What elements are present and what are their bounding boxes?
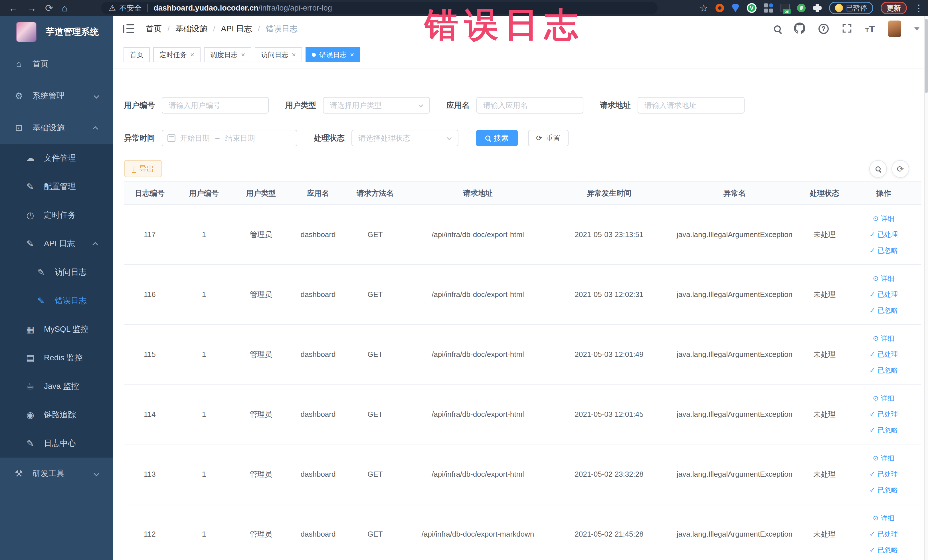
sidebar-item-home[interactable]: ⌂首页: [0, 48, 113, 80]
close-tab-icon[interactable]: ×: [292, 51, 296, 59]
user-type-select[interactable]: 请选择用户类型: [323, 97, 430, 113]
breadcrumb-item[interactable]: 首页: [146, 23, 162, 34]
app-name-input[interactable]: [476, 97, 583, 113]
on-badge-extension-icon[interactable]: on: [780, 4, 790, 12]
sidebar-item-log-center[interactable]: ✎日志中心: [0, 429, 113, 458]
bookmark-star-icon[interactable]: ☆: [699, 2, 708, 14]
font-size-icon[interactable]: TT: [865, 23, 875, 35]
search-button[interactable]: 搜索: [476, 130, 518, 146]
close-tab-icon[interactable]: ×: [350, 51, 354, 59]
update-badge[interactable]: 更新: [881, 2, 907, 14]
toggle-search-button[interactable]: [869, 160, 887, 178]
sidebar-item-redis-monitor[interactable]: ▤Redis 监控: [0, 343, 113, 372]
action-已忽略[interactable]: ✓已忽略: [847, 542, 920, 558]
action-已处理[interactable]: ✓已处理: [847, 226, 920, 243]
home-icon[interactable]: ⌂: [62, 3, 68, 13]
filter-exception-time: 异常时间 开始日期 – 结束日期: [124, 130, 297, 146]
sprout-extension-icon[interactable]: [797, 4, 806, 12]
close-tab-icon[interactable]: ×: [241, 51, 245, 59]
back-icon[interactable]: ←: [9, 3, 18, 13]
breadcrumb-item[interactable]: 基础设施: [176, 23, 208, 34]
export-button[interactable]: ↓ 导出: [124, 160, 162, 177]
action-已处理[interactable]: ✓已处理: [847, 466, 920, 482]
check-icon: ✓: [869, 486, 875, 494]
action-已处理[interactable]: ✓已处理: [847, 287, 920, 302]
collapse-sidebar-icon[interactable]: [123, 24, 134, 34]
action-已处理[interactable]: ✓已处理: [847, 406, 920, 422]
sidebar-item-infrastructure[interactable]: ⊡基础设施: [0, 112, 113, 144]
paused-badge[interactable]: 已暂停: [829, 2, 873, 14]
user-avatar[interactable]: [888, 21, 901, 37]
tab-label: 访问日志: [261, 50, 288, 60]
cell-status: 未处理: [803, 384, 846, 444]
browser-menu-icon[interactable]: ⋮: [914, 3, 923, 14]
sidebar-item-api-log[interactable]: ✎API 日志: [0, 229, 113, 258]
chevron-up-icon: [94, 123, 98, 132]
page-scrollbar[interactable]: [924, 16, 928, 560]
action-已忽略[interactable]: ✓已忽略: [847, 302, 920, 318]
scrollbar-thumb[interactable]: [925, 19, 928, 93]
action-已忽略[interactable]: ✓已忽略: [847, 422, 920, 438]
action-label: 详细: [881, 214, 894, 223]
help-icon[interactable]: ?: [818, 24, 829, 34]
action-已忽略[interactable]: ✓已忽略: [847, 362, 920, 378]
user-type-placeholder: 请选择用户类型: [330, 101, 382, 110]
action-已忽略[interactable]: ✓已忽略: [847, 243, 920, 258]
tab-首页[interactable]: 首页: [124, 47, 150, 62]
sidebar-item-config-management[interactable]: ✎配置管理: [0, 172, 113, 201]
tab-访问日志[interactable]: 访问日志×: [255, 47, 302, 62]
green-v-extension-icon[interactable]: V: [747, 3, 757, 13]
sidebar-item-error-log[interactable]: ✎错误日志: [0, 287, 113, 315]
sidebar-item-java-monitor[interactable]: ☕Java 监控: [0, 372, 113, 401]
tab-定时任务[interactable]: 定时任务×: [153, 47, 200, 62]
java-icon: ☕: [24, 381, 37, 392]
sidebar-item-access-log[interactable]: ✎访问日志: [0, 258, 113, 287]
request-url-input[interactable]: [638, 97, 745, 113]
sidebar-item-system-management[interactable]: ⚙系统管理: [0, 80, 113, 112]
search-icon[interactable]: [774, 25, 781, 32]
action-label: 已处理: [878, 350, 898, 359]
sidebar-item-trace[interactable]: ◉链路追踪: [0, 401, 113, 429]
blue-shield-extension-icon[interactable]: [731, 4, 739, 12]
tab-错误日志[interactable]: 错误日志×: [305, 47, 360, 62]
reset-button[interactable]: ⟳ 重置: [528, 130, 569, 146]
cell-exception: java.lang.IllegalArgumentException: [666, 384, 803, 444]
action-已处理[interactable]: ✓已处理: [847, 526, 920, 542]
cell-status: 未处理: [803, 324, 846, 384]
sidebar-item-mysql-monitor[interactable]: ▦MySQL 监控: [0, 315, 113, 343]
tab-调度日志[interactable]: 调度日志×: [204, 47, 251, 62]
sidebar-item-label: 错误日志: [55, 295, 87, 306]
avatar-caret-icon[interactable]: [914, 27, 919, 31]
tools-icon: ⚒: [12, 468, 25, 479]
breadcrumb-item[interactable]: API 日志: [221, 23, 252, 34]
sidebar-item-label: 日志中心: [44, 438, 76, 449]
cell-url: /api/infra/db-doc/export-html: [404, 264, 552, 324]
action-详细[interactable]: ⊙详细: [847, 270, 920, 287]
action-详细[interactable]: ⊙详细: [847, 330, 920, 346]
action-label: 已处理: [878, 290, 898, 299]
github-icon[interactable]: [794, 23, 805, 35]
forward-icon[interactable]: →: [27, 3, 37, 13]
action-已处理[interactable]: ✓已处理: [847, 346, 920, 362]
action-详细[interactable]: ⊙详细: [847, 390, 920, 406]
action-详细[interactable]: ⊙详细: [847, 510, 920, 526]
puzzle-extensions-icon[interactable]: [813, 4, 821, 12]
sidebar-item-file-management[interactable]: ☁文件管理: [0, 144, 113, 172]
user-id-input[interactable]: [162, 97, 269, 113]
fullscreen-icon[interactable]: [842, 23, 852, 35]
reload-icon[interactable]: ⟳: [45, 3, 53, 13]
close-tab-icon[interactable]: ×: [190, 51, 194, 59]
process-status-select[interactable]: 请选择处理状态: [351, 130, 458, 146]
action-详细[interactable]: ⊙详细: [847, 450, 920, 466]
refresh-button[interactable]: ⟳: [891, 160, 909, 178]
cell-user_id: 1: [176, 204, 232, 264]
grid-extension-icon[interactable]: [764, 3, 773, 12]
action-详细[interactable]: ⊙详细: [847, 211, 920, 226]
exception-time-range-picker[interactable]: 开始日期 – 结束日期: [162, 130, 297, 146]
action-已忽略[interactable]: ✓已忽略: [847, 482, 920, 498]
sidebar-item-scheduled-tasks[interactable]: ◷定时任务: [0, 201, 113, 229]
cell-app_name: dashboard: [290, 324, 346, 384]
security-warning-icon[interactable]: ⚠: [109, 3, 116, 13]
sidebar-item-dev-tools[interactable]: ⚒研发工具: [0, 458, 113, 490]
orange-ring-extension-icon[interactable]: [716, 4, 724, 12]
